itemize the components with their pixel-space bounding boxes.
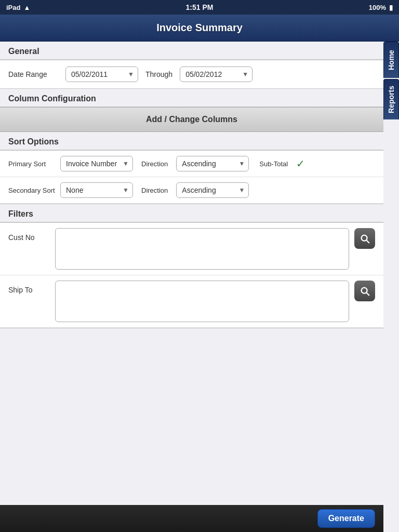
side-tabs: Home Reports bbox=[383, 42, 399, 121]
home-tab-label: Home bbox=[387, 50, 395, 70]
date-to-select[interactable]: 05/02/2012 bbox=[180, 66, 252, 82]
primary-direction-wrapper: Ascending Descending ▼ bbox=[176, 156, 249, 171]
cust-no-input[interactable] bbox=[55, 228, 349, 270]
date-range-row: Date Range 05/02/2011 ▼ Through 05/02/20… bbox=[0, 60, 383, 88]
content-spacer bbox=[0, 328, 383, 432]
sidebar-item-reports[interactable]: Reports bbox=[383, 79, 399, 119]
bottom-bar: Generate bbox=[0, 505, 383, 532]
page-title: Invoice Summary bbox=[156, 22, 243, 34]
sub-total-label: Sub-Total bbox=[259, 160, 288, 168]
battery-icon: ▮ bbox=[389, 4, 393, 11]
search-icon bbox=[359, 233, 370, 244]
sort-options-section: Primary Sort Invoice Number Date Custome… bbox=[0, 150, 383, 204]
battery-label: 100% bbox=[369, 4, 386, 11]
through-label: Through bbox=[145, 70, 172, 78]
time-display: 1:51 PM bbox=[186, 3, 214, 11]
cust-no-row: Cust No bbox=[0, 223, 383, 275]
column-config-header: Column Configuration bbox=[0, 89, 383, 107]
secondary-sort-label: Secondary Sort bbox=[8, 187, 55, 194]
ship-to-input[interactable] bbox=[55, 281, 349, 322]
sub-total-check-icon: ✓ bbox=[296, 157, 305, 170]
device-label: iPad bbox=[6, 4, 20, 11]
secondary-direction-wrapper: Ascending Descending ▼ bbox=[176, 182, 249, 198]
general-section: Date Range 05/02/2011 ▼ Through 05/02/20… bbox=[0, 60, 383, 89]
ship-to-label: Ship To bbox=[8, 281, 50, 294]
status-right: 100% ▮ bbox=[369, 4, 393, 11]
date-range-label: Date Range bbox=[8, 70, 65, 78]
sidebar-item-home[interactable]: Home bbox=[383, 42, 399, 78]
filters-section: Cust No Ship To bbox=[0, 222, 383, 328]
main-content: General Date Range 05/02/2011 ▼ Through … bbox=[0, 42, 383, 505]
app-header: Invoice Summary bbox=[0, 15, 399, 42]
secondary-direction-select[interactable]: Ascending Descending bbox=[176, 182, 249, 198]
cust-no-search-button[interactable] bbox=[354, 228, 375, 249]
cust-no-label: Cust No bbox=[8, 228, 50, 242]
sort-options-header: Sort Options bbox=[0, 132, 383, 150]
primary-sort-label: Primary Sort bbox=[8, 160, 55, 168]
date-from-select[interactable]: 05/02/2011 bbox=[65, 66, 138, 82]
primary-direction-label: Direction bbox=[141, 160, 168, 168]
generate-button[interactable]: Generate bbox=[317, 509, 375, 528]
status-bar: iPad ▲ 1:51 PM 100% ▮ bbox=[0, 0, 399, 15]
date-to-wrapper: 05/02/2012 ▼ bbox=[180, 66, 252, 82]
date-from-wrapper: 05/02/2011 ▼ bbox=[65, 66, 138, 82]
search-icon bbox=[359, 285, 370, 297]
primary-direction-select[interactable]: Ascending Descending bbox=[176, 156, 249, 171]
filters-header: Filters bbox=[0, 204, 383, 222]
ship-to-search-button[interactable] bbox=[354, 281, 375, 301]
primary-sort-wrapper: Invoice Number Date Customer Amount ▼ bbox=[60, 156, 133, 171]
secondary-sort-wrapper: None Date Customer Amount ▼ bbox=[60, 182, 133, 198]
secondary-sort-row: Secondary Sort None Date Customer Amount… bbox=[0, 177, 383, 204]
general-section-header: General bbox=[0, 42, 383, 60]
reports-tab-label: Reports bbox=[387, 86, 395, 113]
wifi-icon: ▲ bbox=[23, 4, 30, 11]
primary-sort-select[interactable]: Invoice Number Date Customer Amount bbox=[60, 156, 133, 171]
secondary-sort-select[interactable]: None Date Customer Amount bbox=[60, 182, 133, 198]
secondary-direction-label: Direction bbox=[141, 187, 168, 194]
ship-to-row: Ship To bbox=[0, 275, 383, 328]
primary-sort-row: Primary Sort Invoice Number Date Custome… bbox=[0, 151, 383, 177]
status-left: iPad ▲ bbox=[6, 4, 30, 11]
add-change-columns-button[interactable]: Add / Change Columns bbox=[0, 107, 383, 132]
